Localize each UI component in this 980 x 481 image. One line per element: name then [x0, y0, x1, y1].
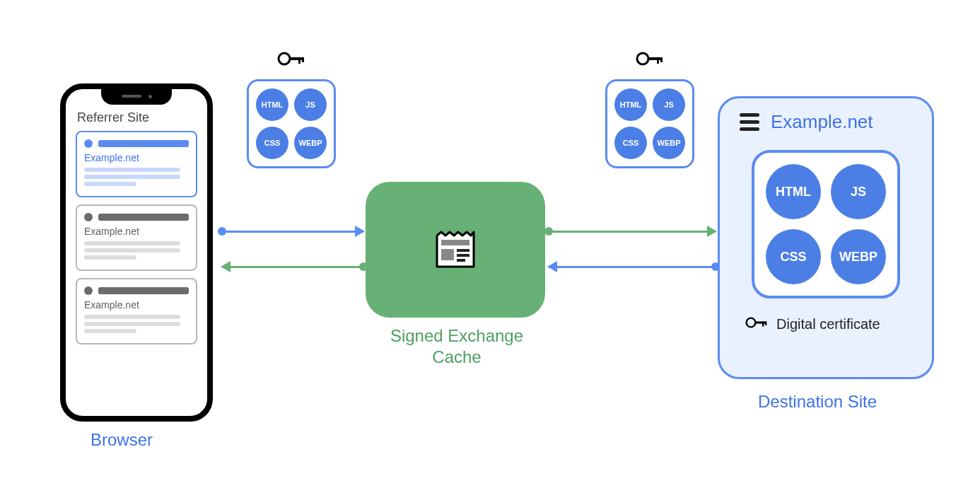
- svg-rect-15: [762, 321, 764, 326]
- svg-rect-8: [441, 240, 469, 245]
- asset-chip: WEBP: [831, 229, 886, 284]
- phone-screen: Referrer Site Example.net Example.net Ex…: [66, 89, 207, 416]
- result-card-title: Example.net: [84, 152, 189, 163]
- asset-chip: CSS: [256, 127, 288, 159]
- asset-bundle: HTML JS CSS WEBP: [605, 79, 694, 168]
- destination-label: Destination Site: [758, 392, 877, 412]
- destination-title: Example.net: [771, 111, 873, 133]
- signed-exchange-cache: [366, 182, 545, 318]
- result-card: Example.net: [76, 131, 197, 197]
- svg-rect-14: [755, 321, 766, 323]
- svg-rect-3: [302, 57, 304, 62]
- asset-chip: HTML: [256, 88, 288, 121]
- signed-package-a: HTML JS CSS WEBP: [247, 79, 336, 168]
- svg-rect-2: [298, 57, 301, 64]
- hamburger-icon: [740, 113, 759, 131]
- svg-rect-9: [441, 249, 454, 260]
- svg-rect-1: [289, 57, 303, 60]
- asset-chip: CSS: [614, 127, 647, 159]
- referrer-site-title: Referrer Site: [77, 110, 197, 125]
- key-icon: [745, 314, 768, 334]
- result-card-title: Example.net: [84, 299, 189, 311]
- svg-rect-5: [648, 57, 662, 60]
- asset-bundle: HTML JS CSS WEBP: [247, 79, 336, 168]
- arrow-destination-to-cache: [549, 266, 716, 268]
- asset-chip: JS: [294, 88, 327, 121]
- newspaper-icon: [434, 230, 477, 270]
- digital-certificate-label: Digital certificate: [776, 316, 880, 332]
- asset-chip: CSS: [766, 229, 821, 284]
- result-card: Example.net: [76, 204, 197, 271]
- destination-asset-bundle: HTML JS CSS WEBP: [752, 150, 900, 299]
- arrow-browser-to-cache: [222, 231, 363, 233]
- svg-rect-10: [457, 249, 469, 252]
- svg-rect-12: [457, 259, 465, 262]
- asset-chip: HTML: [766, 164, 821, 219]
- browser-label: Browser: [91, 430, 153, 450]
- result-card-title: Example.net: [84, 226, 189, 237]
- svg-point-4: [637, 53, 648, 64]
- phone-frame: Referrer Site Example.net Example.net Ex…: [60, 83, 213, 422]
- result-card: Example.net: [76, 278, 197, 344]
- svg-rect-6: [657, 57, 659, 64]
- svg-rect-11: [457, 254, 469, 257]
- signed-package-b: HTML JS CSS WEBP: [605, 79, 694, 168]
- asset-chip: JS: [653, 88, 685, 121]
- svg-point-0: [279, 53, 290, 64]
- key-icon: [636, 48, 664, 72]
- destination-site: Example.net HTML JS CSS WEBP Digital cer…: [718, 96, 934, 379]
- key-icon: [277, 48, 305, 72]
- svg-rect-16: [765, 321, 766, 325]
- asset-chip: JS: [831, 164, 886, 219]
- svg-rect-7: [660, 57, 663, 62]
- asset-chip: WEBP: [653, 127, 685, 159]
- asset-chip: HTML: [614, 88, 647, 121]
- cache-label: Signed Exchange Cache: [379, 325, 535, 368]
- svg-point-13: [747, 318, 756, 328]
- arrow-cache-to-browser: [222, 266, 363, 268]
- diagram-stage: Referrer Site Example.net Example.net Ex…: [0, 0, 980, 481]
- arrow-cache-to-destination: [549, 231, 716, 233]
- asset-chip: WEBP: [294, 127, 327, 159]
